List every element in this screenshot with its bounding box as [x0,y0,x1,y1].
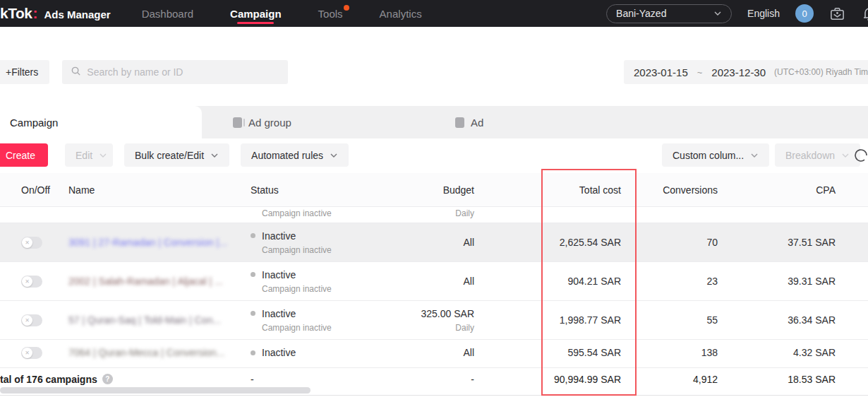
table-row[interactable]: ✕ 57 | Quran-Saq | Told-Main | Con... In… [0,301,868,340]
budget-subtext: Daily [392,208,474,218]
table-row[interactable]: ✕ 7064 | Quran-Mecca | Conversion... Ina… [0,340,868,368]
onoff-toggle[interactable]: ✕ [21,314,42,326]
campaign-name-link[interactable]: 2002 | Salah-Ramadan | Aljacal | ... [68,276,238,287]
status-subtext: Campaign inactive [262,245,392,255]
search-icon [71,66,81,79]
date-start: 2023-01-15 [634,66,688,78]
search-box[interactable] [62,60,288,84]
onoff-toggle[interactable]: ✕ [21,237,42,249]
nav-campaign[interactable]: Campaign [230,0,282,27]
nav-analytics[interactable]: Analytics [380,0,422,27]
refresh-icon[interactable] [852,147,868,167]
chevron-down-icon [750,151,759,160]
automated-rules-button[interactable]: Automated rules [241,143,349,167]
timezone-label: (UTC+03:00) Riyadh Time [774,67,868,77]
date-separator: ~ [697,67,703,78]
custom-columns-label: Custom colum... [673,150,744,161]
status-dot-icon [251,272,255,277]
onoff-toggle[interactable]: ✕ [21,276,42,288]
column-header-name[interactable]: Name [68,184,251,196]
column-header-budget[interactable]: Budget [392,184,487,196]
search-input[interactable] [87,66,279,78]
column-header-conversions[interactable]: Conversions [635,184,734,196]
total-cost-value: 595.54 SAR [568,347,622,358]
total-cpa: 18.53 SAR [788,374,836,385]
logo-text: kTok [0,5,32,22]
breakdown-button[interactable]: Breakdown [775,143,860,167]
total-cost-value: 904.21 SAR [568,276,622,287]
custom-columns-button[interactable]: Custom colum... [662,143,769,167]
briefcase-icon[interactable] [829,6,845,22]
edit-button[interactable]: Edit [65,143,113,167]
status-text: Inactive [262,269,296,280]
breakdown-label: Breakdown [785,150,835,161]
tab-ad-group[interactable]: Ad group [202,106,424,138]
horizontal-scrollbar[interactable] [0,387,868,394]
status-subtext: Campaign inactive [262,208,392,218]
ads-manager-page: kTok: Ads Manager Dashboard Campaign Too… [0,0,868,402]
chevron-down-icon [713,9,722,18]
column-header-status[interactable]: Status [251,184,392,196]
cpa-value: 37.51 SAR [788,237,836,248]
active-tab-underline [237,22,274,24]
filters-button[interactable]: +Filters [0,60,49,84]
status-text: Inactive [262,308,296,319]
date-end: 2023-12-30 [711,66,766,78]
nav-campaign-label: Campaign [230,8,282,20]
column-header-total-cost[interactable]: Total cost [487,184,635,196]
account-name: Bani-Yazed [616,8,666,19]
primary-nav: Dashboard Campaign Tools Analytics [142,0,422,27]
bulk-create-edit-button[interactable]: Bulk create/Edit [124,143,229,167]
status-subtext: Campaign inactive [262,323,392,333]
avatar[interactable]: 0 [795,4,814,23]
campaign-toolbar: Create Edit Bulk create/Edit Automated r… [0,143,868,167]
campaign-name-link[interactable]: 7064 | Quran-Mecca | Conversion... [68,347,238,358]
conversions-value: 70 [706,237,718,248]
tab-campaign[interactable]: Campaign [0,106,202,138]
column-header-onoff[interactable]: On/Off [0,184,68,196]
nav-tools-label: Tools [318,8,343,20]
status-text: Inactive [262,347,296,358]
total-cost-sum: 90,994.99 SAR [554,374,621,385]
campaign-name-link[interactable]: 3091 | 27-Ramadan | Conversion |... [68,237,238,248]
bell-icon[interactable] [861,5,868,22]
scrollbar-thumb[interactable] [0,387,311,394]
toggle-off-x-icon: ✕ [22,315,32,326]
language-selector[interactable]: English [747,8,780,19]
total-campaigns-label: tal of 176 campaigns [0,374,97,385]
nav-right-section: Bani-Yazed English 0 [606,4,868,23]
cpa-value: 36.34 SAR [788,314,836,326]
table-row[interactable]: ✕ 3091 | 27-Ramadan | Conversion |... In… [0,223,868,262]
table-row[interactable]: ✕ 2002 | Salah-Ramadan | Aljacal | ... I… [0,262,868,301]
onoff-toggle[interactable]: ✕ [21,347,42,359]
status-dot-icon [251,311,255,316]
logo-colon: : [32,5,37,22]
date-range-picker[interactable]: 2023-01-15 ~ 2023-12-30 (UTC+03:00) Riya… [624,60,868,84]
budget-value: All [463,347,474,358]
total-cost-value: 1,998.77 SAR [560,314,621,326]
bulk-label: Bulk create/Edit [135,150,204,161]
conversions-value: 138 [701,347,718,358]
status-subtext: Campaign inactive [262,284,392,294]
nav-dashboard[interactable]: Dashboard [142,0,193,27]
campaign-name-link[interactable]: 57 | Quran-Saq | Told-Main | Con... [68,314,238,326]
help-icon[interactable]: ? [102,374,113,384]
tab-ad-label: Ad [471,117,483,129]
table-row-partial[interactable]: Campaign inactive Daily [0,207,868,223]
ad-group-icon [233,117,242,128]
ad-icon [455,117,464,128]
logo-subtitle: Ads Manager [44,8,110,20]
budget-value: 325.00 SAR [392,308,474,319]
nav-tools[interactable]: Tools [318,0,343,27]
chevron-down-icon [330,151,338,160]
status-dot-icon [251,233,255,238]
chevron-down-icon [841,151,850,160]
tab-ad[interactable]: Ad [424,106,646,138]
column-header-cpa[interactable]: CPA [734,184,868,196]
create-button[interactable]: Create [0,143,48,167]
chevron-down-icon [99,151,107,160]
table-header: On/Off Name Status Budget Total cost Con… [0,173,868,207]
total-budget: - [471,374,474,385]
conversions-value: 23 [706,276,718,287]
account-selector[interactable]: Bani-Yazed [606,4,732,23]
